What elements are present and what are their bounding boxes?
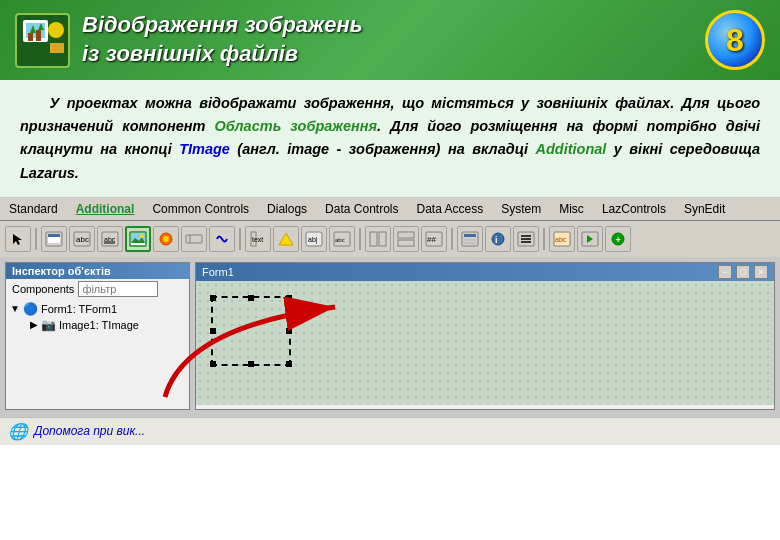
svg-rect-33 <box>370 232 377 246</box>
tool-btn-16[interactable]: i <box>485 226 511 252</box>
separator-2 <box>239 228 241 250</box>
tab-synedit[interactable]: SynEdit <box>675 198 734 220</box>
svg-point-23 <box>163 236 169 242</box>
tab-standard[interactable]: Standard <box>0 198 67 220</box>
form-title: Form1 <box>202 266 234 278</box>
inspector-components-row: Components <box>6 279 189 299</box>
tree-label-image: Image1: TImage <box>59 319 139 331</box>
footer-icon: 🌐 <box>8 422 28 441</box>
svg-rect-8 <box>50 43 64 53</box>
form-title-bar: Form1 − □ × <box>196 263 774 281</box>
svg-text:abc: abc <box>76 235 89 244</box>
form-title-controls: − □ × <box>718 265 768 279</box>
tool-btn-5[interactable] <box>153 226 179 252</box>
tab-system[interactable]: System <box>492 198 550 220</box>
tool-timage[interactable] <box>125 226 151 252</box>
tool-btn-18[interactable]: abc <box>549 226 575 252</box>
svg-marker-9 <box>13 234 22 245</box>
footer: 🌐 Допомога при вик... <box>0 417 780 445</box>
inspector-title: Інспектор об'єктів <box>6 263 189 279</box>
svg-point-7 <box>48 22 64 38</box>
svg-rect-12 <box>48 234 60 237</box>
header-badge: 8 <box>705 10 765 70</box>
tree-arrow-image: ▶ <box>30 319 38 330</box>
tree-item-form[interactable]: ▼ 🔵 Form1: TForm1 <box>10 301 185 317</box>
svg-rect-24 <box>186 235 202 243</box>
tree-item-image[interactable]: ▶ 📷 Image1: TImage <box>30 317 185 333</box>
handle-bm <box>248 361 254 367</box>
header-icon <box>15 13 70 68</box>
tab-common-controls[interactable]: Common Controls <box>143 198 258 220</box>
handle-bl <box>210 361 216 367</box>
tab-data-access[interactable]: Data Access <box>407 198 492 220</box>
form-maximize-btn[interactable]: □ <box>736 265 750 279</box>
svg-rect-40 <box>464 234 476 237</box>
handle-mr <box>286 328 292 334</box>
tool-btn-15[interactable] <box>457 226 483 252</box>
inspector-components-label: Components <box>12 283 74 295</box>
svg-rect-41 <box>464 239 476 241</box>
tree-label-form: Form1: TForm1 <box>41 303 117 315</box>
form-image-placeholder <box>211 296 291 366</box>
tool-btn-12[interactable] <box>365 226 391 252</box>
svg-rect-42 <box>464 242 476 244</box>
form-close-btn[interactable]: × <box>754 265 768 279</box>
header: Відображення зображень із зовнішніх файл… <box>0 0 780 80</box>
tool-btn-8[interactable]: text <box>245 226 271 252</box>
content-area: У проектах можна відображати зображення,… <box>0 80 780 198</box>
svg-text:+: + <box>616 235 621 245</box>
tool-btn-13[interactable] <box>393 226 419 252</box>
handle-tm <box>248 295 254 301</box>
svg-text:abc: abc <box>555 236 567 243</box>
highlight-timage: TImage <box>179 141 230 157</box>
tool-btn-10[interactable]: ab| <box>301 226 327 252</box>
highlight-additional: Additional <box>536 141 607 157</box>
svg-text:##: ## <box>427 235 436 244</box>
footer-text: Допомога при вик... <box>34 424 145 438</box>
content-text: У проектах можна відображати зображення,… <box>20 92 760 185</box>
svg-rect-35 <box>398 232 414 238</box>
separator-5 <box>543 228 545 250</box>
inspector-tree: ▼ 🔵 Form1: TForm1 ▶ 📷 Image1: TImage <box>6 299 189 335</box>
toolbar-row: abc abc text ab| abc ## <box>0 221 780 257</box>
svg-rect-34 <box>379 232 386 246</box>
svg-rect-4 <box>36 30 41 41</box>
separator-1 <box>35 228 37 250</box>
svg-text:ab|: ab| <box>308 236 318 244</box>
tool-btn-14[interactable]: ## <box>421 226 447 252</box>
tree-icon-image: 📷 <box>41 318 56 332</box>
tool-btn-19[interactable] <box>577 226 603 252</box>
tree-icon-form: 🔵 <box>23 302 38 316</box>
tool-btn-6[interactable] <box>181 226 207 252</box>
tool-btn-7[interactable] <box>209 226 235 252</box>
svg-text:abc: abc <box>335 237 345 243</box>
form-minimize-btn[interactable]: − <box>718 265 732 279</box>
header-left: Відображення зображень із зовнішніх файл… <box>15 11 363 68</box>
form-window: Form1 − □ × <box>195 262 775 410</box>
handle-ml <box>210 328 216 334</box>
tab-misc[interactable]: Misc <box>550 198 593 220</box>
svg-rect-3 <box>28 33 33 41</box>
tree-arrow-form: ▼ <box>10 303 20 314</box>
tab-dialogs[interactable]: Dialogs <box>258 198 316 220</box>
handle-br <box>286 361 292 367</box>
tool-btn-1[interactable] <box>41 226 67 252</box>
tab-additional[interactable]: Additional <box>67 198 144 220</box>
tool-btn-17[interactable] <box>513 226 539 252</box>
tool-pointer[interactable] <box>5 226 31 252</box>
separator-3 <box>359 228 361 250</box>
tab-data-controls[interactable]: Data Controls <box>316 198 407 220</box>
inspector-filter-input[interactable] <box>78 281 158 297</box>
form-body <box>196 281 774 405</box>
svg-text:abc: abc <box>104 236 116 243</box>
tool-btn-2[interactable]: abc <box>69 226 95 252</box>
svg-marker-28 <box>279 233 293 245</box>
tool-btn-9[interactable] <box>273 226 299 252</box>
handle-tl <box>210 295 216 301</box>
svg-text:i: i <box>495 235 498 245</box>
tab-lazcontrols[interactable]: LazControls <box>593 198 675 220</box>
highlight-component: Область зображення <box>215 118 378 134</box>
tool-btn-20[interactable]: + <box>605 226 631 252</box>
tool-btn-3[interactable]: abc <box>97 226 123 252</box>
tool-btn-11[interactable]: abc <box>329 226 355 252</box>
